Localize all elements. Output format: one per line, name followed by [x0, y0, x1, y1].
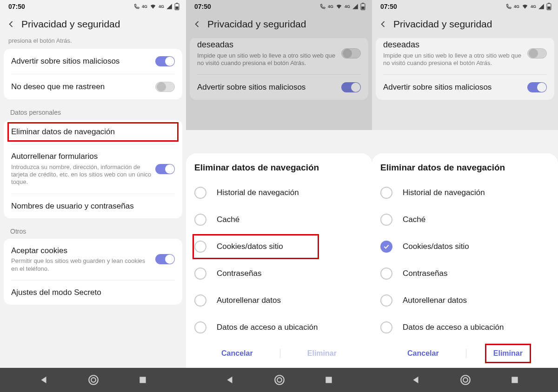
- label-historial: Historial de navegación: [403, 188, 485, 197]
- label-autorellenar: Autorellenar datos: [217, 296, 281, 305]
- option-ubicacion[interactable]: Datos de acceso a ubicación: [194, 314, 364, 341]
- bg-card-1: deseadas Impide que un sitio web lo llev…: [190, 38, 368, 100]
- option-autorellenar[interactable]: Autorellenar datos: [194, 287, 364, 314]
- option-historial[interactable]: Historial de navegación: [380, 179, 550, 206]
- row-aceptar-cookies[interactable]: Aceptar cookies Permitir que los sitios …: [11, 239, 175, 281]
- status-time: 07:50: [194, 3, 211, 10]
- nav-recent-icon[interactable]: [510, 375, 519, 385]
- radio-ubicacion[interactable]: [380, 321, 392, 333]
- signal-icon: [352, 3, 359, 10]
- option-ubicacion[interactable]: Datos de acceso a ubicación: [380, 314, 550, 341]
- nav-home-icon[interactable]: [273, 374, 286, 386]
- radio-autorellenar[interactable]: [380, 294, 392, 307]
- svg-point-3: [89, 375, 98, 385]
- header: Privacidad y seguridad: [0, 13, 186, 38]
- screen-1: 07:50 4G 4G Privacidad y seguridad presi…: [0, 0, 186, 392]
- nav-back-icon[interactable]: [225, 375, 235, 385]
- sheet-title: Eliminar datos de navegación: [380, 163, 550, 173]
- sub-autorrellenar: Introduzca su nombre, dirección, informa…: [11, 163, 152, 186]
- radio-historial[interactable]: [194, 187, 206, 199]
- nav-recent-icon[interactable]: [324, 375, 333, 385]
- row-ajustes-secreto[interactable]: Ajustes del modo Secreto: [11, 281, 175, 305]
- nav-back-icon[interactable]: [411, 375, 421, 385]
- label-historial: Historial de navegación: [217, 188, 299, 197]
- checkmark-icon: [383, 243, 390, 250]
- label-bg-advertir: Advertir sobre sitios maliciosos: [197, 83, 338, 92]
- voip-icon: [133, 3, 140, 10]
- svg-point-15: [461, 375, 470, 385]
- back-icon[interactable]: [193, 20, 202, 29]
- section-datos-personales: Datos personales: [0, 105, 186, 120]
- battery-icon: [360, 3, 365, 10]
- svg-rect-8: [361, 7, 364, 9]
- settings-content[interactable]: presiona el botón Atrás. Advertir sobre …: [0, 38, 186, 368]
- sub-bg-deseadas: Impide que un sitio web lo lleve a otro …: [197, 52, 338, 67]
- sheet-buttons: Cancelar Eliminar: [194, 341, 364, 363]
- back-icon[interactable]: [7, 20, 16, 29]
- radio-ubicacion[interactable]: [194, 321, 206, 333]
- 4g-label-2: 4G: [531, 5, 536, 9]
- row-bg-advertir: Advertir sobre sitios maliciosos: [383, 75, 547, 100]
- svg-rect-11: [326, 377, 332, 383]
- sub-aceptar-cookies: Permitir que los sitios web guarden y le…: [11, 257, 152, 273]
- card-datos-personales: Eliminar datos de navegación Autorrellen…: [4, 120, 182, 218]
- row-advertir-maliciosos[interactable]: Advertir sobre sitios maliciosos: [11, 49, 175, 74]
- delete-button[interactable]: Eliminar: [489, 346, 527, 360]
- bg-card-1: deseadas Impide que un sitio web lo llev…: [376, 38, 554, 100]
- cancel-button[interactable]: Cancelar: [217, 346, 258, 360]
- battery-icon: [546, 3, 551, 10]
- nav-recent-icon[interactable]: [138, 375, 147, 385]
- toggle-no-rastrear[interactable]: [155, 82, 175, 92]
- header: Privacidad y seguridad: [186, 13, 372, 38]
- back-icon[interactable]: [379, 20, 388, 29]
- radio-contrasenas[interactable]: [194, 268, 206, 280]
- option-cache[interactable]: Caché: [194, 206, 364, 233]
- label-cache: Caché: [217, 215, 239, 224]
- toggle-bg-deseadas: [527, 48, 547, 59]
- toggle-advertir[interactable]: [155, 56, 175, 66]
- radio-contrasenas[interactable]: [380, 268, 392, 280]
- radio-cookies[interactable]: [194, 241, 206, 253]
- radio-autorellenar[interactable]: [194, 294, 206, 307]
- option-contrasenas[interactable]: Contraseñas: [380, 260, 550, 287]
- option-contrasenas[interactable]: Contraseñas: [194, 260, 364, 287]
- header: Privacidad y seguridad: [372, 13, 558, 38]
- option-historial[interactable]: Historial de navegación: [194, 179, 364, 206]
- nav-back-icon[interactable]: [39, 375, 49, 385]
- wifi-icon: [149, 3, 157, 10]
- 4g-label-2: 4G: [345, 5, 350, 9]
- radio-cache[interactable]: [194, 214, 206, 226]
- row-nombres-contrasenas[interactable]: Nombres de usuario y contraseñas: [11, 194, 175, 218]
- label-ubicacion: Datos de acceso a ubicación: [403, 323, 504, 332]
- cancel-button[interactable]: Cancelar: [403, 346, 444, 360]
- option-cache[interactable]: Caché: [380, 206, 550, 233]
- row-eliminar-datos[interactable]: Eliminar datos de navegación: [11, 120, 175, 144]
- nav-bar: [0, 368, 186, 392]
- option-cookies[interactable]: Cookies/datos sitio: [380, 233, 550, 260]
- radio-historial[interactable]: [380, 187, 392, 199]
- nav-home-icon[interactable]: [459, 374, 472, 386]
- status-time: 07:50: [380, 3, 397, 10]
- status-bar: 07:50 4G 4G: [372, 0, 558, 13]
- radio-cache[interactable]: [380, 214, 392, 226]
- label-ubicacion: Datos de acceso a ubicación: [217, 323, 318, 332]
- nav-home-icon[interactable]: [87, 374, 100, 386]
- radio-cookies-checked[interactable]: [380, 241, 392, 253]
- sheet-buttons: Cancelar Eliminar: [380, 341, 550, 363]
- 4g-label-1: 4G: [142, 5, 147, 9]
- status-icons: 4G 4G: [505, 3, 551, 10]
- battery-icon: [174, 3, 179, 10]
- label-autorellenar: Autorellenar datos: [403, 296, 467, 305]
- row-no-rastrear[interactable]: No deseo que me rastreen: [11, 74, 175, 99]
- signal-icon: [538, 3, 545, 10]
- row-bg-deseadas: deseadas Impide que un sitio web lo llev…: [197, 38, 361, 75]
- svg-rect-7: [362, 3, 364, 4]
- delete-button[interactable]: Eliminar: [303, 346, 341, 360]
- status-time: 07:50: [8, 3, 25, 10]
- row-autorrellenar[interactable]: Autorrellenar formularios Introduzca su …: [11, 144, 175, 194]
- toggle-autorrellenar[interactable]: [155, 164, 175, 174]
- option-autorellenar[interactable]: Autorellenar datos: [380, 287, 550, 314]
- label-cookies: Cookies/datos sitio: [217, 242, 283, 251]
- option-cookies[interactable]: Cookies/datos sitio: [194, 233, 364, 260]
- toggle-aceptar-cookies[interactable]: [155, 254, 175, 264]
